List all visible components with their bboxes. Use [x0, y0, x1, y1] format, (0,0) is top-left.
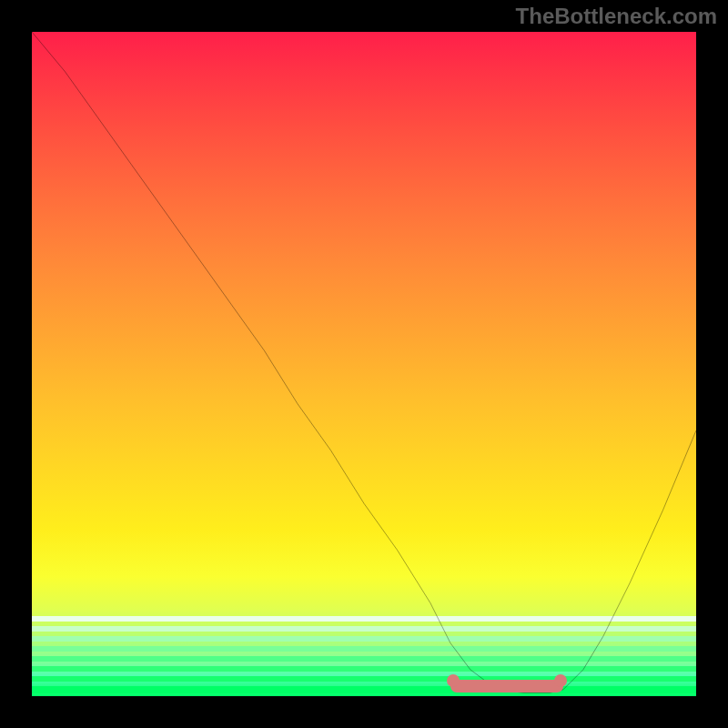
optimal-range-marker: [450, 680, 563, 693]
plot-area: [32, 32, 696, 696]
chart-container: TheBottleneck.com: [0, 0, 728, 728]
watermark-text: TheBottleneck.com: [516, 4, 717, 29]
curve-svg: [32, 32, 696, 696]
bottleneck-curve-line: [32, 32, 696, 693]
